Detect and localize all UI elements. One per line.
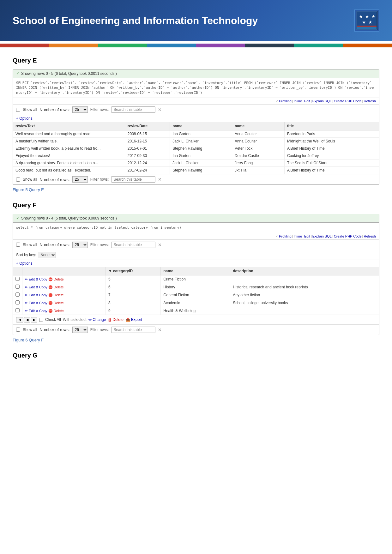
category-id-cell: 6 bbox=[106, 283, 160, 291]
status-check-icon: ✓ bbox=[16, 71, 19, 76]
profiling-link[interactable]: Profiling bbox=[279, 99, 292, 103]
filter-input-bottom[interactable] bbox=[111, 176, 155, 183]
edit-btn[interactable]: ✏ Edit bbox=[25, 309, 35, 313]
rows-per-page-f-select[interactable]: 25 50 100 bbox=[72, 242, 88, 248]
row-checkbox[interactable] bbox=[15, 277, 20, 281]
show-all-f-label-bottom: Show all bbox=[23, 328, 37, 332]
svg-text:★: ★ bbox=[371, 14, 376, 19]
edit-btn[interactable]: ✏ Edit bbox=[25, 285, 35, 289]
next-page-btn[interactable]: ▶ bbox=[31, 317, 37, 322]
first-page-btn[interactable]: ◄ bbox=[16, 317, 23, 322]
color-bar-orange bbox=[49, 44, 98, 47]
col-categoryid[interactable]: ▼ categoryID bbox=[106, 267, 160, 275]
actions-cell: ✏ Edit⧉ Copy⛔ Delete bbox=[22, 299, 106, 307]
col-fdescription[interactable]: description bbox=[230, 267, 379, 275]
category-name-cell: Health & Wellbeing bbox=[161, 307, 230, 315]
copy-btn[interactable]: ⧉ Copy bbox=[36, 301, 47, 305]
figure-5-caption: Figure 5 Query E bbox=[13, 187, 379, 192]
filter-input[interactable] bbox=[111, 106, 155, 113]
col-reviewtext[interactable]: reviewText bbox=[13, 122, 125, 130]
row-checkbox[interactable] bbox=[15, 285, 20, 289]
filter-clear-icon-bottom[interactable]: ✕ bbox=[158, 177, 162, 182]
options-f-link[interactable]: + Options bbox=[16, 261, 33, 266]
col-name1[interactable]: name bbox=[170, 122, 232, 130]
row-checkbox[interactable] bbox=[15, 300, 20, 304]
filter-f-input[interactable] bbox=[111, 242, 155, 248]
category-desc-cell: School, college, university books bbox=[230, 299, 379, 307]
table-cell: Anna Coulter bbox=[232, 130, 284, 138]
delete-btn[interactable]: ⛔ Delete bbox=[48, 301, 64, 305]
filter-rows-label-bottom: Filter rows: bbox=[90, 177, 109, 182]
edit-btn[interactable]: ✏ Edit bbox=[25, 277, 35, 281]
copy-btn[interactable]: ⧉ Copy bbox=[36, 285, 47, 289]
table-cell: Extremly well written book, a pleasure t… bbox=[13, 145, 125, 152]
query-e-table-controls-bottom: Show all Number of rows: 25 50 100 Filte… bbox=[13, 174, 379, 184]
sort-by-select[interactable]: None bbox=[38, 252, 56, 258]
change-action-link[interactable]: ✏ Change bbox=[88, 317, 106, 322]
col-title[interactable]: title bbox=[284, 122, 379, 130]
delete-btn[interactable]: ⛔ Delete bbox=[48, 293, 64, 297]
show-all-f-checkbox-bottom[interactable] bbox=[16, 328, 20, 332]
delete-btn[interactable]: ⛔ Delete bbox=[48, 277, 64, 281]
row-checkbox[interactable] bbox=[15, 308, 20, 312]
col-fname[interactable]: name bbox=[161, 267, 230, 275]
filter-clear-icon[interactable]: ✕ bbox=[158, 107, 162, 112]
number-of-rows-label-bottom: Number of rows: bbox=[39, 177, 69, 182]
table-cell: Enjoyed the recipes! bbox=[13, 152, 125, 160]
table-cell: Jerry Fong bbox=[232, 160, 284, 167]
prev-page-btn[interactable]: ◀ bbox=[24, 317, 30, 322]
export-action-link[interactable]: 📤 Export bbox=[125, 317, 142, 322]
delete-label: Delete bbox=[112, 317, 124, 322]
filter-rows-f-label: Filter rows: bbox=[90, 243, 109, 247]
delete-action-link[interactable]: 🗑 Delete bbox=[108, 317, 124, 322]
category-name-cell: Academic bbox=[161, 299, 230, 307]
color-bar-purple bbox=[196, 44, 245, 47]
edit-f-link[interactable]: Edit bbox=[304, 234, 310, 238]
copy-btn[interactable]: ⧉ Copy bbox=[36, 293, 47, 297]
rows-per-page-f-select-bottom[interactable]: 25 50 100 bbox=[72, 327, 88, 333]
refresh-link[interactable]: Refresh bbox=[364, 99, 376, 103]
edit-btn[interactable]: ✏ Edit bbox=[25, 293, 35, 297]
filter-f-input-bottom[interactable] bbox=[111, 327, 155, 333]
inline-f-link[interactable]: Inline bbox=[294, 234, 302, 238]
query-f-status-bar: ✓ Showing rows 0 - 4 (5 total, Query too… bbox=[13, 214, 379, 223]
filter-f-clear-icon[interactable]: ✕ bbox=[158, 242, 162, 247]
export-icon: 📤 bbox=[125, 317, 130, 322]
filter-f-clear-icon-bottom[interactable]: ✕ bbox=[158, 327, 162, 332]
check-all-checkbox[interactable] bbox=[39, 318, 43, 322]
explain-sql-f-link[interactable]: Explain SQL bbox=[312, 234, 332, 238]
inline-link[interactable]: Inline bbox=[294, 99, 302, 103]
rows-per-page-select[interactable]: 25 50 100 bbox=[72, 106, 88, 113]
show-all-label: Show all bbox=[23, 107, 37, 112]
options-link[interactable]: + Options bbox=[16, 116, 33, 121]
copy-btn[interactable]: ⧉ Copy bbox=[36, 309, 47, 313]
explain-sql-link[interactable]: Explain SQL bbox=[312, 99, 332, 103]
query-e-table-controls-top: Show all Number of rows: 25 50 100 Filte… bbox=[13, 105, 379, 115]
profiling-f-link[interactable]: Profiling bbox=[279, 234, 292, 238]
query-f-block: ✓ Showing rows 0 - 4 (5 total, Query too… bbox=[13, 214, 379, 335]
show-all-checkbox-bottom[interactable] bbox=[16, 178, 20, 182]
create-php-link[interactable]: Create PHP Code bbox=[334, 99, 362, 103]
col-checkbox-header bbox=[13, 267, 22, 275]
table-cell: 2012-12-24 bbox=[125, 160, 170, 167]
delete-btn[interactable]: ⛔ Delete bbox=[48, 309, 64, 313]
table-cell: Stephen Hawking bbox=[170, 167, 232, 174]
table-cell: 2015-07-01 bbox=[125, 145, 170, 152]
query-e-status-text: Showing rows 0 - 5 (6 total, Query took … bbox=[21, 71, 117, 76]
copy-btn[interactable]: ⧉ Copy bbox=[36, 277, 47, 281]
edit-btn[interactable]: ✏ Edit bbox=[25, 301, 35, 305]
col-reviewdate[interactable]: reviewDate bbox=[125, 122, 170, 130]
show-all-checkbox[interactable] bbox=[16, 108, 20, 112]
rows-per-page-select-bottom[interactable]: 25 50 100 bbox=[72, 176, 88, 183]
refresh-f-link[interactable]: Refresh bbox=[364, 234, 376, 238]
table-cell: Anna Coulter bbox=[232, 138, 284, 145]
show-all-f-checkbox[interactable] bbox=[16, 243, 20, 247]
create-php-f-link[interactable]: Create PHP Code bbox=[334, 234, 362, 238]
row-checkbox[interactable] bbox=[15, 292, 20, 297]
col-name2[interactable]: name bbox=[232, 122, 284, 130]
delete-btn[interactable]: ⛔ Delete bbox=[48, 285, 64, 289]
query-e-heading: Query E bbox=[13, 57, 379, 64]
main-content: Query E ✓ Showing rows 0 - 5 (6 total, Q… bbox=[0, 47, 392, 374]
edit-link[interactable]: Edit bbox=[304, 99, 310, 103]
table-cell: 2016-12-15 bbox=[125, 138, 170, 145]
